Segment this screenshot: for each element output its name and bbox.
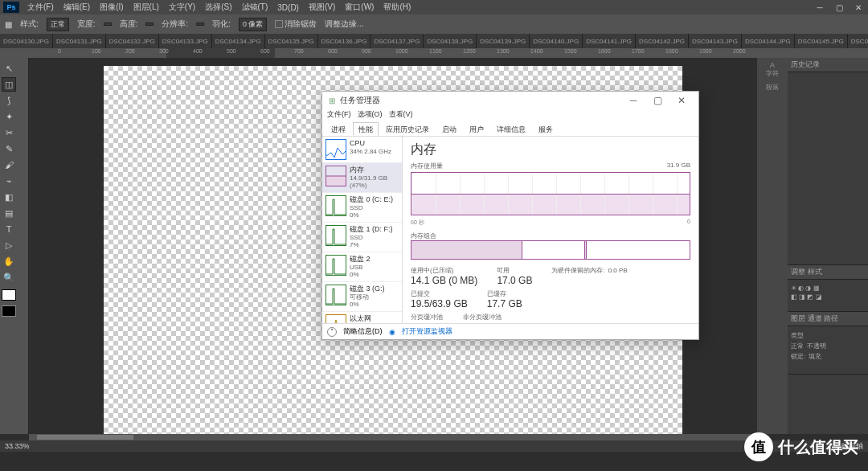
opt-height-value[interactable] — [145, 23, 154, 26]
background-color-swatch[interactable] — [2, 305, 16, 317]
paragraph-label: 段落 — [759, 83, 786, 92]
opt-feather-value[interactable]: 0 像素 — [239, 18, 268, 31]
foreground-color-swatch[interactable] — [2, 289, 16, 301]
document-tab[interactable]: DSC04137.JPG — [371, 34, 424, 48]
tm-side-item-0[interactable]: CPU34% 2.84 GHz — [322, 137, 402, 163]
document-tab[interactable]: DSC04139.JPG — [477, 34, 530, 48]
chart-label-left: 内存使用量 — [411, 162, 443, 170]
tm-menu-file[interactable]: 文件(F) — [327, 109, 351, 122]
tm-tab-0[interactable]: 进程 — [326, 122, 351, 136]
eraser-tool-icon[interactable]: ◧ — [2, 190, 16, 204]
opt-feather-label: 羽化: — [212, 18, 231, 30]
minimize-icon[interactable]: ─ — [810, 1, 829, 14]
document-tab[interactable]: DSC04142.JPG — [636, 34, 689, 48]
tm-menu-view[interactable]: 查看(V) — [389, 109, 413, 122]
document-tab[interactable]: DSC04131.JPG — [53, 34, 106, 48]
move-tool-icon[interactable]: ↖ — [2, 61, 16, 76]
menu-layer[interactable]: 图层(L) — [129, 2, 164, 13]
tm-side-item-5[interactable]: 磁盘 3 (G:)可移动0% — [322, 282, 402, 312]
document-tab[interactable]: DSC04130.JPG — [0, 34, 53, 48]
eyedropper-tool-icon[interactable]: ✎ — [2, 141, 16, 156]
opt-width-value[interactable] — [104, 23, 112, 26]
tm-side-item-6[interactable]: 以太网以太网 3发送: 568 接收: 24.0 — [322, 312, 402, 323]
collapsed-panel-strip[interactable]: A 字符 段落 — [757, 58, 788, 434]
gradient-tool-icon[interactable]: ▤ — [2, 206, 16, 220]
tm-minimize-icon[interactable]: ─ — [621, 92, 645, 109]
document-tab[interactable]: DSC04133.JPG — [159, 34, 212, 48]
ruler-mark: 1200 — [463, 48, 476, 54]
tm-tab-1[interactable]: 性能 — [353, 122, 379, 136]
side-item-sub: SSD — [350, 234, 393, 242]
tm-tab-6[interactable]: 服务 — [533, 122, 559, 136]
panel-history-header[interactable]: 历史记录 — [788, 58, 868, 72]
menu-filter[interactable]: 滤镜(T) — [237, 2, 273, 13]
character-panel-icon[interactable]: A — [770, 61, 775, 69]
wand-tool-icon[interactable]: ✦ — [2, 109, 16, 124]
ps-toolbar: ↖ ◫ ⟆ ✦ ✂ ✎ 🖌 ⌁ ◧ ▤ T ▷ ✋ 🔍 — [0, 58, 18, 434]
menu-image[interactable]: 图像(I) — [95, 2, 128, 13]
tm-tab-2[interactable]: 应用历史记录 — [380, 122, 435, 136]
tm-side-item-2[interactable]: 磁盘 0 (C: E:)SSD0% — [322, 193, 402, 223]
memory-usage-chart — [411, 172, 690, 215]
document-tab[interactable]: DSC04135.JPG — [265, 34, 318, 48]
ruler-mark: 1600 — [598, 48, 611, 54]
open-resource-monitor-link[interactable]: 打开资源监视器 — [402, 326, 452, 337]
marquee-tool-icon[interactable]: ◫ — [2, 77, 16, 92]
tm-maximize-icon[interactable]: ▢ — [645, 92, 669, 109]
tm-side-item-1[interactable]: 内存14.9/31.9 GB (47%) — [322, 163, 402, 193]
opt-resolution-value[interactable] — [196, 23, 204, 26]
panel-layers-header[interactable]: 图层 通道 路径 — [788, 312, 868, 326]
close-icon[interactable]: ✕ — [849, 1, 868, 14]
document-tab[interactable]: DSC04143.JPG — [689, 34, 742, 48]
menu-select[interactable]: 选择(S) — [200, 2, 236, 13]
brush-tool-icon[interactable]: 🖌 — [2, 158, 16, 172]
character-label: 字符 — [759, 69, 786, 78]
collapse-icon[interactable]: ˅ — [327, 327, 337, 337]
memory-composition-chart — [411, 240, 690, 260]
document-tab[interactable]: DSC04136.JPG — [318, 34, 371, 48]
tm-side-item-4[interactable]: 磁盘 2USB0% — [322, 252, 402, 282]
fewer-details-link[interactable]: 简略信息(D) — [343, 326, 383, 337]
scrollbar-thumb[interactable] — [37, 435, 133, 440]
menu-help[interactable]: 帮助(H) — [379, 2, 416, 13]
menu-view[interactable]: 视图(V) — [304, 2, 340, 13]
lasso-tool-icon[interactable]: ⟆ — [2, 93, 16, 108]
tm-close-icon[interactable]: ✕ — [669, 92, 694, 109]
crop-tool-icon[interactable]: ✂ — [2, 125, 16, 140]
document-tab[interactable]: DSC04134.JPG — [212, 34, 265, 48]
menu-3d[interactable]: 3D(D) — [272, 3, 304, 12]
tm-tab-3[interactable]: 启动 — [436, 122, 462, 136]
opt-refine-edge[interactable]: 调整边缘... — [325, 18, 363, 30]
mini-graph-icon — [326, 225, 346, 246]
tm-title-bar[interactable]: ⊞ 任务管理器 ─ ▢ ✕ — [322, 92, 698, 109]
document-tab[interactable]: DSC04140.JPG — [530, 34, 583, 48]
menu-window[interactable]: 窗口(W) — [340, 2, 379, 13]
path-tool-icon[interactable]: ▷ — [2, 238, 16, 252]
tm-tab-5[interactable]: 详细信息 — [491, 122, 531, 136]
menu-file[interactable]: 文件(F) — [23, 2, 59, 13]
zoom-level[interactable]: 33.33% — [5, 442, 30, 450]
stamp-tool-icon[interactable]: ⌁ — [2, 174, 16, 188]
document-tab[interactable]: DSC04132.JPG — [106, 34, 159, 48]
opt-antialias[interactable]: 消除锯齿 — [275, 18, 317, 30]
tm-side-item-3[interactable]: 磁盘 1 (D: F:)SSD7% — [322, 223, 402, 252]
hand-tool-icon[interactable]: ✋ — [2, 254, 16, 268]
ruler-mark: 1000 — [395, 48, 408, 54]
document-tab[interactable]: DSC04141.JPG — [583, 34, 636, 48]
type-tool-icon[interactable]: T — [2, 222, 16, 236]
menu-edit[interactable]: 编辑(E) — [59, 2, 95, 13]
document-tab[interactable]: DSC04138.JPG — [424, 34, 477, 48]
menu-type[interactable]: 文字(Y) — [164, 2, 200, 13]
document-tab[interactable]: DSC04144.JPG — [742, 34, 795, 48]
document-tab[interactable]: DSC04146.JPG — [848, 34, 868, 48]
document-tab[interactable]: DSC04145.JPG — [795, 34, 848, 48]
side-item-title: 磁盘 3 (G:) — [350, 285, 385, 293]
opt-style-value[interactable]: 正常 — [47, 18, 69, 31]
tm-tab-4[interactable]: 用户 — [464, 122, 489, 136]
mini-graph-icon — [326, 139, 346, 160]
zoom-tool-icon[interactable]: 🔍 — [2, 270, 16, 285]
tm-menu-options[interactable]: 选项(O) — [358, 109, 383, 122]
maximize-icon[interactable]: ▢ — [829, 1, 849, 14]
panel-adjust-header[interactable]: 调整 样式 — [788, 265, 868, 280]
horizontal-scrollbar[interactable] — [29, 434, 760, 440]
